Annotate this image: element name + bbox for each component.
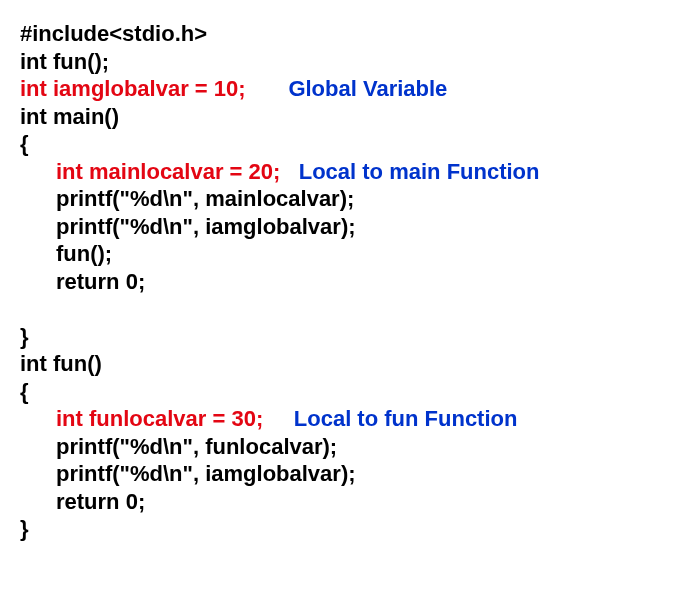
fun-local-var-declaration: int funlocalvar = 30; bbox=[56, 406, 263, 431]
code-line: { bbox=[20, 378, 670, 406]
code-line: int iamglobalvar = 10; Global Variable bbox=[20, 75, 670, 103]
code-line: return 0; bbox=[20, 488, 670, 516]
code-line: printf("%d\n", iamglobalvar); bbox=[20, 213, 670, 241]
code-line: #include<stdio.h> bbox=[20, 20, 670, 48]
comment-global-variable: Global Variable bbox=[288, 76, 447, 101]
code-line: printf("%d\n", mainlocalvar); bbox=[20, 185, 670, 213]
code-line: int fun(); bbox=[20, 48, 670, 76]
code-line: int main() bbox=[20, 103, 670, 131]
code-line: } bbox=[20, 515, 670, 543]
code-line: printf("%d\n", iamglobalvar); bbox=[20, 460, 670, 488]
blank-line bbox=[20, 295, 670, 323]
code-line: int funlocalvar = 30; Local to fun Funct… bbox=[20, 405, 670, 433]
code-line: { bbox=[20, 130, 670, 158]
global-var-declaration: int iamglobalvar = 10; bbox=[20, 76, 246, 101]
main-local-var-declaration: int mainlocalvar = 20; bbox=[56, 159, 280, 184]
code-line: printf("%d\n", funlocalvar); bbox=[20, 433, 670, 461]
code-line: return 0; bbox=[20, 268, 670, 296]
code-line: } bbox=[20, 323, 670, 351]
code-block: #include<stdio.h> int fun(); int iamglob… bbox=[20, 20, 670, 543]
code-line: fun(); bbox=[20, 240, 670, 268]
comment-local-main: Local to main Function bbox=[299, 159, 540, 184]
code-line: int mainlocalvar = 20; Local to main Fun… bbox=[20, 158, 670, 186]
comment-local-fun: Local to fun Function bbox=[294, 406, 518, 431]
code-line: int fun() bbox=[20, 350, 670, 378]
